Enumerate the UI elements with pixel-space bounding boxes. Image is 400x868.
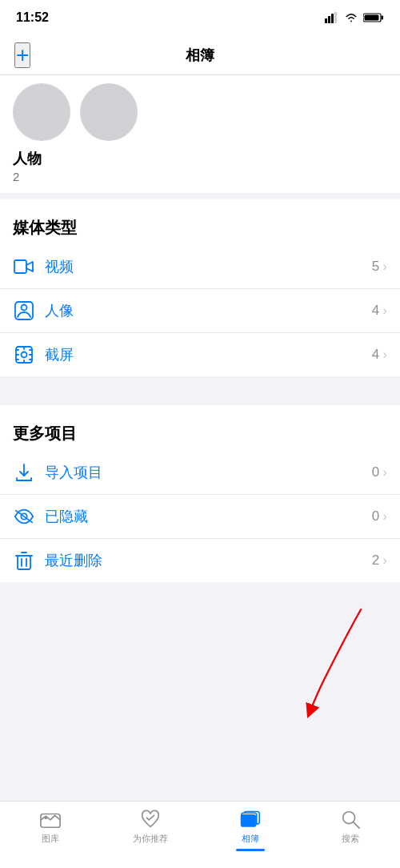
signal-icon [325, 12, 339, 23]
status-time: 11:52 [16, 10, 49, 25]
more-title: 更多项目 [13, 424, 77, 442]
deleted-item[interactable]: 最近删除 2 › [0, 539, 400, 582]
video-chevron: › [382, 259, 387, 275]
svg-point-22 [44, 816, 47, 819]
portrait-label: 人像 [45, 301, 372, 320]
import-count: 0 [372, 464, 379, 480]
people-count: 2 [13, 170, 387, 183]
tab-library[interactable]: 图库 [0, 808, 100, 845]
tab-albums[interactable]: 相簿 [200, 808, 300, 851]
tab-library-label: 图库 [42, 833, 59, 845]
albums-tab-icon [239, 808, 262, 830]
add-album-button[interactable]: + [14, 42, 30, 68]
screenshot-chevron: › [382, 347, 387, 363]
svg-rect-3 [334, 12, 337, 23]
svg-rect-21 [40, 814, 59, 828]
status-bar: 11:52 [0, 0, 400, 35]
people-section: 人物 2 [0, 75, 400, 199]
nav-title: 相簿 [186, 46, 214, 65]
svg-rect-0 [325, 18, 327, 23]
portrait-count: 4 [372, 303, 379, 319]
deleted-label: 最近删除 [45, 551, 372, 570]
screenshot-icon [13, 344, 35, 366]
deleted-icon [13, 549, 35, 572]
tab-search[interactable]: 搜索 [300, 808, 400, 845]
media-type-header: 媒体类型 [0, 199, 400, 245]
svg-line-28 [353, 822, 358, 828]
video-count: 5 [372, 259, 379, 275]
status-icons [325, 12, 384, 23]
deleted-right: 2 › [372, 553, 387, 569]
import-label: 导入项目 [45, 463, 372, 482]
hidden-icon [13, 505, 35, 528]
library-tab-icon [39, 808, 62, 830]
svg-rect-1 [328, 16, 330, 23]
import-chevron: › [382, 464, 387, 480]
foryou-tab-icon [139, 808, 162, 830]
svg-rect-5 [382, 16, 384, 20]
tab-foryou-label: 为你推荐 [133, 833, 168, 845]
video-icon [13, 255, 35, 278]
screenshot-label: 截屏 [45, 345, 372, 364]
svg-point-9 [22, 305, 27, 311]
svg-rect-26 [240, 814, 255, 827]
person-thumb-2[interactable] [80, 83, 138, 141]
tab-search-label: 搜索 [342, 833, 359, 845]
section-gap-1 [0, 376, 400, 405]
import-item[interactable]: 导入项目 0 › [0, 451, 400, 495]
battery-icon [363, 12, 384, 23]
search-tab-icon [339, 808, 362, 830]
svg-rect-2 [331, 14, 334, 23]
deleted-count: 2 [372, 553, 379, 569]
svg-rect-6 [365, 15, 379, 21]
hidden-item[interactable]: 已隐藏 0 › [0, 495, 400, 539]
media-type-section: 媒体类型 视频 5 › [0, 199, 400, 376]
tab-foryou[interactable]: 为你推荐 [100, 808, 200, 845]
screenshot-count: 4 [372, 347, 379, 363]
nav-bar: + 相簿 [0, 35, 400, 75]
annotation-arrow [288, 604, 376, 724]
hidden-label: 已隐藏 [45, 507, 372, 526]
portrait-icon [13, 299, 35, 322]
tab-albums-label: 相簿 [242, 833, 259, 845]
tab-albums-indicator [236, 849, 265, 851]
hidden-right: 0 › [372, 508, 387, 524]
media-type-title: 媒体类型 [13, 219, 77, 236]
portrait-item[interactable]: 人像 4 › [0, 289, 400, 333]
hidden-chevron: › [382, 508, 387, 524]
more-header: 更多项目 [0, 405, 400, 451]
person-thumb-1[interactable] [13, 83, 70, 141]
screenshot-right: 4 › [372, 347, 387, 363]
wifi-icon [344, 12, 358, 23]
video-right: 5 › [372, 259, 387, 275]
import-icon [13, 461, 35, 484]
svg-rect-18 [18, 556, 30, 569]
svg-point-11 [22, 352, 27, 358]
people-label: 人物 [13, 149, 387, 168]
deleted-chevron: › [382, 553, 387, 569]
hidden-count: 0 [372, 508, 379, 524]
portrait-right: 4 › [372, 303, 387, 319]
tab-bar: 图库 为你推荐 相簿 [0, 801, 400, 868]
people-thumbnails [13, 83, 387, 141]
import-right: 0 › [372, 464, 387, 480]
video-item[interactable]: 视频 5 › [0, 245, 400, 289]
video-label: 视频 [45, 257, 372, 276]
svg-rect-7 [14, 260, 26, 273]
portrait-chevron: › [382, 303, 387, 319]
screenshot-item[interactable]: 截屏 4 › [0, 333, 400, 376]
more-section: 更多项目 导入项目 0 › [0, 405, 400, 582]
